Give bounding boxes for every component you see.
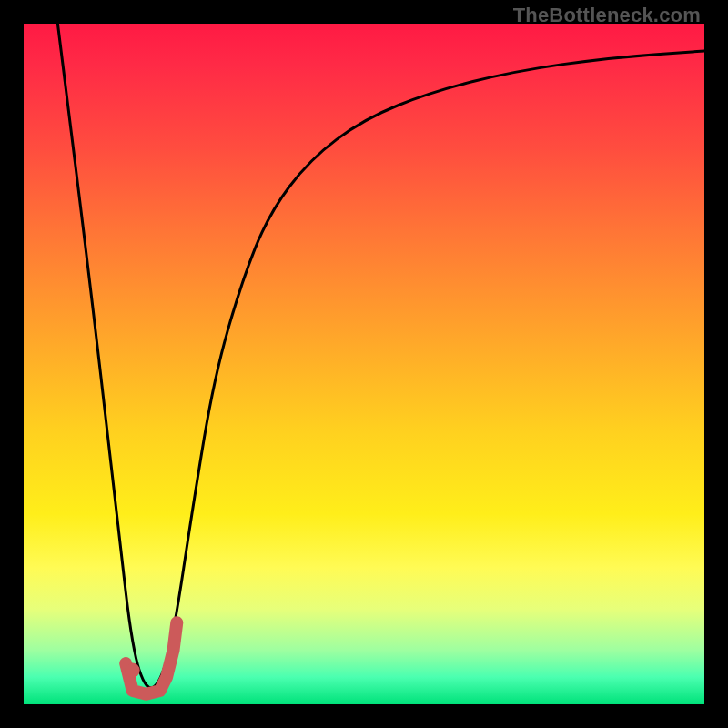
bottleneck-curve-path bbox=[57, 24, 704, 688]
optimal-hook-path bbox=[126, 622, 177, 694]
chart-overlay bbox=[24, 24, 704, 704]
optimal-point-marker bbox=[126, 663, 140, 678]
chart-frame: TheBottleneck.com bbox=[0, 0, 728, 728]
plot-area bbox=[24, 24, 704, 704]
